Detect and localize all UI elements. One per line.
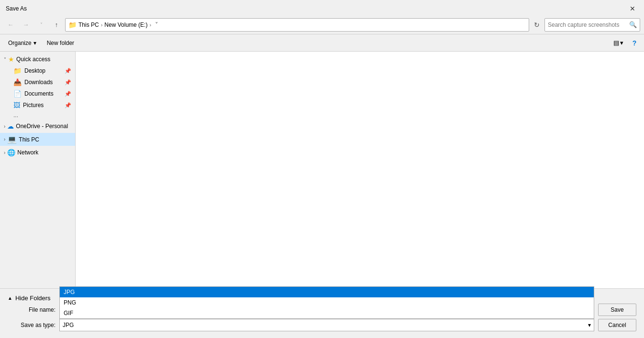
address-bar[interactable]: 📁 This PC › New Volume (E:) › ˅ bbox=[65, 18, 529, 32]
thispc-icon: 💻 bbox=[7, 135, 17, 144]
address-dropdown-button[interactable]: ˅ bbox=[153, 20, 160, 29]
sidebar-item-desktop-label: Desktop bbox=[24, 67, 45, 74]
downloads-folder-icon: 📥 bbox=[13, 78, 22, 86]
sidebar-item-pictures-label: Pictures bbox=[23, 102, 44, 109]
savetype-dropdown-container: JPG ▾ JPG PNG GIF bbox=[59, 319, 594, 331]
main-content: ˅ ★ Quick access 📁 Desktop 📌 📥 Downloads… bbox=[0, 52, 644, 288]
onedrive-section: › ☁ OneDrive - Personal bbox=[0, 120, 75, 132]
sidebar-item-documents-label: Documents bbox=[24, 90, 54, 97]
view-chevron-icon: ▾ bbox=[620, 39, 623, 46]
toolbar-right: ▤ ▾ ? bbox=[610, 37, 640, 49]
help-button[interactable]: ? bbox=[629, 37, 640, 49]
cancel-button[interactable]: Cancel bbox=[598, 319, 636, 331]
hide-folders-label: Hide Folders bbox=[15, 294, 51, 302]
network-icon: 🌐 bbox=[7, 149, 15, 156]
address-part-newvolume[interactable]: New Volume (E:) bbox=[104, 22, 147, 28]
onedrive-chevron-icon: › bbox=[4, 124, 5, 129]
thispc-chevron-icon: › bbox=[4, 137, 5, 142]
organize-chevron-icon: ▾ bbox=[33, 40, 36, 46]
help-label: ? bbox=[633, 39, 637, 47]
nav-bar: ← → ˅ ↑ 📁 This PC › New Volume (E:) › ˅ … bbox=[0, 15, 644, 34]
network-header[interactable]: › 🌐 Network bbox=[0, 147, 75, 158]
close-button[interactable]: ✕ bbox=[627, 4, 638, 13]
quick-access-chevron-icon: ˅ bbox=[4, 57, 6, 62]
savetype-dropdown-open: JPG PNG GIF bbox=[59, 286, 594, 319]
new-folder-button[interactable]: New folder bbox=[43, 37, 78, 49]
thispc-label: This PC bbox=[19, 136, 39, 143]
quick-access-star-icon: ★ bbox=[8, 55, 14, 63]
new-folder-label: New folder bbox=[47, 40, 74, 46]
savetype-dropdown-icon: ▾ bbox=[588, 322, 591, 328]
network-chevron-icon: › bbox=[4, 150, 5, 155]
title-bar: Save As ✕ bbox=[0, 0, 644, 15]
pictures-pin-icon: 📌 bbox=[65, 102, 71, 109]
filename-label: File name: bbox=[8, 306, 56, 313]
type-option-jpg[interactable]: JPG bbox=[60, 287, 594, 297]
forward-button[interactable]: → bbox=[19, 18, 33, 32]
sidebar-item-downloads[interactable]: 📥 Downloads 📌 bbox=[0, 76, 75, 88]
address-folder-icon: 📁 bbox=[68, 21, 77, 29]
organize-button[interactable]: Organize ▾ bbox=[4, 37, 41, 49]
sidebar-item-documents[interactable]: 📄 Documents 📌 bbox=[0, 88, 75, 99]
pictures-folder-icon: 🖼 bbox=[13, 101, 20, 109]
toolbar: Organize ▾ New folder ▤ ▾ ? bbox=[0, 34, 644, 52]
search-bar[interactable]: 🔍 bbox=[544, 18, 640, 32]
address-part-thispc[interactable]: This PC bbox=[78, 22, 99, 28]
file-area bbox=[76, 52, 644, 288]
address-separator-1: › bbox=[101, 22, 103, 28]
savetype-row: Save as type: JPG ▾ JPG PNG GIF Cancel bbox=[8, 319, 636, 331]
view-button[interactable]: ▤ ▾ bbox=[610, 37, 627, 49]
network-label: Network bbox=[17, 149, 38, 156]
window-title: Save As bbox=[6, 5, 27, 12]
type-option-png[interactable]: PNG bbox=[60, 297, 594, 308]
sidebar-item-pictures[interactable]: 🖼 Pictures 📌 bbox=[0, 99, 75, 111]
desktop-pin-icon: 📌 bbox=[65, 68, 71, 74]
organize-label: Organize bbox=[8, 40, 32, 46]
address-path: This PC › New Volume (E:) › bbox=[78, 22, 151, 28]
quick-access-section: ˅ ★ Quick access 📁 Desktop 📌 📥 Downloads… bbox=[0, 54, 75, 120]
sidebar: ˅ ★ Quick access 📁 Desktop 📌 📥 Downloads… bbox=[0, 52, 76, 288]
documents-pin-icon: 📌 bbox=[65, 91, 71, 97]
onedrive-header[interactable]: › ☁ OneDrive - Personal bbox=[0, 120, 75, 132]
type-option-gif[interactable]: GIF bbox=[60, 308, 594, 318]
quick-access-label: Quick access bbox=[16, 56, 50, 63]
savetype-value: JPG bbox=[63, 322, 74, 328]
search-input[interactable] bbox=[548, 22, 627, 28]
refresh-button[interactable]: ↻ bbox=[531, 20, 543, 30]
thispc-section: › 💻 This PC bbox=[0, 133, 75, 146]
savetype-label: Save as type: bbox=[8, 322, 56, 328]
down-button[interactable]: ˅ bbox=[34, 18, 48, 32]
sidebar-item-desktop[interactable]: 📁 Desktop 📌 bbox=[0, 65, 75, 76]
network-section: › 🌐 Network bbox=[0, 147, 75, 158]
downloads-pin-icon: 📌 bbox=[65, 79, 71, 86]
view-icon: ▤ bbox=[613, 39, 619, 46]
quick-access-header[interactable]: ˅ ★ Quick access bbox=[0, 54, 75, 65]
documents-folder-icon: 📄 bbox=[13, 90, 22, 98]
address-separator-2: › bbox=[149, 22, 151, 28]
savetype-select[interactable]: JPG ▾ bbox=[59, 319, 594, 331]
onedrive-label: OneDrive - Personal bbox=[16, 123, 68, 130]
search-icon: 🔍 bbox=[629, 21, 637, 28]
bottom-bar: ▲ Hide Folders File name: ▾ Save Save as… bbox=[0, 288, 644, 338]
save-button[interactable]: Save bbox=[598, 304, 636, 316]
quick-access-ellipsis: ... bbox=[0, 111, 75, 120]
up-button[interactable]: ↑ bbox=[50, 18, 63, 32]
onedrive-icon: ☁ bbox=[7, 122, 14, 130]
back-button[interactable]: ← bbox=[4, 18, 17, 32]
thispc-header[interactable]: › 💻 This PC bbox=[0, 133, 75, 146]
hide-folders-chevron-icon: ▲ bbox=[8, 295, 12, 301]
sidebar-item-downloads-label: Downloads bbox=[24, 79, 53, 86]
desktop-folder-icon: 📁 bbox=[13, 67, 22, 75]
